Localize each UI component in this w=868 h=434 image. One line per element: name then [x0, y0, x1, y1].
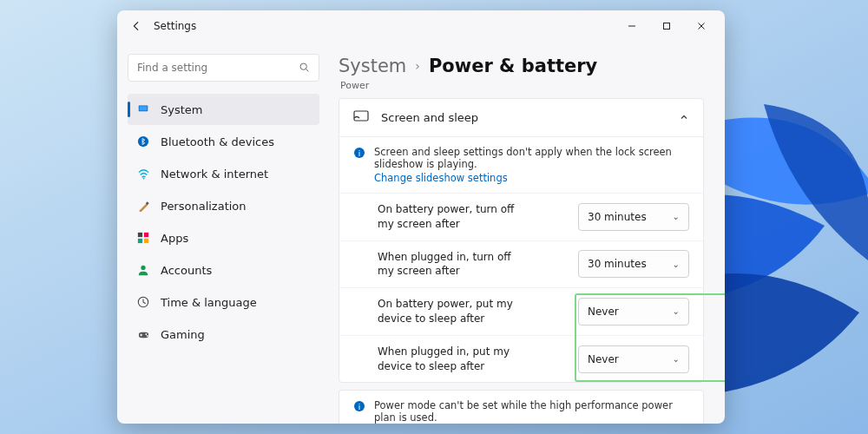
- banner-text: Screen and sleep settings don't apply wh…: [374, 146, 672, 170]
- svg-point-8: [142, 177, 144, 179]
- breadcrumb-separator: ›: [415, 59, 420, 73]
- svg-rect-13: [144, 239, 148, 243]
- search-box[interactable]: [128, 54, 319, 82]
- svg-text:i: i: [358, 403, 361, 411]
- svg-rect-19: [354, 111, 368, 121]
- chevron-down-icon: ⌄: [673, 354, 680, 364]
- search-icon: [299, 60, 310, 76]
- info-icon: i: [353, 147, 365, 159]
- sidebar-item-network[interactable]: Network & internet: [128, 158, 319, 189]
- dropdown-value: Never: [588, 306, 619, 318]
- dropdown-battery-screen[interactable]: 30 minutes ⌄: [578, 203, 689, 231]
- svg-point-7: [138, 136, 148, 147]
- sidebar-item-label: Apps: [161, 232, 188, 245]
- setting-row-battery-screen: On battery power, turn off my screen aft…: [339, 193, 703, 240]
- sidebar-item-label: System: [161, 103, 202, 116]
- setting-label: On battery power, turn off my screen aft…: [378, 202, 525, 232]
- svg-point-3: [300, 63, 306, 69]
- svg-rect-11: [144, 233, 148, 237]
- screen-sleep-card: Screen and sleep i Screen and sleep sett…: [339, 98, 704, 383]
- breadcrumb-current: Power & battery: [429, 56, 597, 76]
- sidebar-item-bluetooth[interactable]: Bluetooth & devices: [128, 126, 319, 157]
- svg-rect-12: [138, 239, 142, 243]
- sidebar: System Bluetooth & devices Network & int…: [117, 42, 330, 424]
- svg-rect-6: [140, 106, 148, 110]
- svg-rect-10: [138, 233, 142, 237]
- sidebar-item-gaming[interactable]: Gaming: [128, 319, 319, 350]
- breadcrumb-parent[interactable]: System: [339, 56, 406, 76]
- info-icon: i: [353, 400, 365, 412]
- breadcrumb: System › Power & battery: [339, 56, 704, 76]
- gaming-icon: [136, 327, 150, 341]
- svg-line-4: [306, 69, 309, 71]
- power-mode-banner: i Power mode can't be set while the high…: [339, 391, 703, 424]
- sidebar-item-system[interactable]: System: [128, 94, 319, 125]
- sidebar-item-time[interactable]: Time & language: [128, 286, 319, 318]
- nav-list: System Bluetooth & devices Network & int…: [128, 94, 319, 350]
- dropdown-plugged-sleep[interactable]: Never ⌄: [578, 345, 689, 373]
- sidebar-item-label: Gaming: [161, 328, 205, 341]
- dropdown-value: 30 minutes: [588, 258, 647, 270]
- titlebar: Settings: [117, 10, 725, 42]
- change-slideshow-link[interactable]: Change slideshow settings: [374, 172, 689, 184]
- svg-point-17: [145, 333, 147, 335]
- svg-point-14: [141, 266, 145, 270]
- sidebar-item-label: Bluetooth & devices: [161, 135, 274, 148]
- content-pane: System › Power & battery Power Screen an…: [330, 42, 725, 424]
- svg-rect-2: [664, 23, 670, 30]
- apps-icon: [136, 231, 150, 245]
- sidebar-item-accounts[interactable]: Accounts: [128, 254, 319, 286]
- sidebar-item-label: Time & language: [161, 296, 257, 309]
- maximize-button[interactable]: [650, 14, 683, 38]
- setting-label: When plugged in, put my device to sleep …: [378, 345, 525, 374]
- settings-window: Settings System Bluetooth & devices: [117, 10, 725, 424]
- time-icon: [136, 295, 150, 309]
- network-icon: [136, 167, 150, 181]
- setting-label: When plugged in, turn off my screen afte…: [378, 250, 525, 279]
- sidebar-item-apps[interactable]: Apps: [128, 222, 319, 253]
- svg-text:i: i: [358, 149, 361, 158]
- dropdown-value: Never: [588, 353, 619, 365]
- setting-label: On battery power, put my device to sleep…: [378, 297, 525, 326]
- sidebar-item-label: Network & internet: [161, 168, 268, 181]
- chevron-up-icon: [679, 112, 689, 124]
- setting-row-battery-sleep: On battery power, put my device to sleep…: [339, 287, 703, 335]
- bluetooth-icon: [136, 135, 150, 148]
- minimize-button[interactable]: [615, 14, 648, 38]
- dropdown-value: 30 minutes: [588, 211, 647, 223]
- back-button[interactable]: [124, 14, 148, 38]
- sidebar-item-label: Personalization: [161, 200, 247, 213]
- svg-point-18: [146, 334, 148, 336]
- close-button[interactable]: [685, 14, 718, 38]
- sidebar-item-label: Accounts: [161, 264, 212, 277]
- screen-sleep-title: Screen and sleep: [381, 111, 667, 124]
- section-label: Power: [340, 80, 704, 91]
- screen-sleep-expander[interactable]: Screen and sleep: [339, 99, 703, 136]
- setting-row-plugged-sleep: When plugged in, put my device to sleep …: [339, 335, 703, 383]
- screen-sleep-icon: [353, 109, 369, 126]
- chevron-down-icon: ⌄: [673, 260, 680, 269]
- chevron-down-icon: ⌄: [673, 306, 680, 316]
- chevron-down-icon: ⌄: [673, 212, 680, 221]
- setting-row-plugged-screen: When plugged in, turn off my screen afte…: [339, 240, 703, 288]
- window-title: Settings: [154, 20, 196, 32]
- system-icon: [136, 102, 150, 116]
- accounts-icon: [136, 263, 150, 277]
- dropdown-battery-sleep[interactable]: Never ⌄: [578, 298, 689, 326]
- sidebar-item-personalization[interactable]: Personalization: [128, 190, 319, 221]
- personalization-icon: [136, 199, 150, 213]
- search-input[interactable]: [137, 62, 299, 74]
- banner-text: Power mode can't be set while the high p…: [374, 399, 673, 424]
- dropdown-plugged-screen[interactable]: 30 minutes ⌄: [578, 250, 689, 278]
- power-mode-card: i Power mode can't be set while the high…: [339, 390, 704, 424]
- slideshow-info-banner: i Screen and sleep settings don't apply …: [339, 136, 703, 193]
